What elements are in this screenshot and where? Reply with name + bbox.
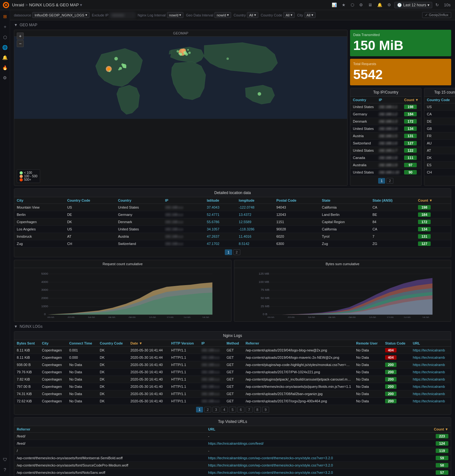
chart-view-btn[interactable]: 📊 bbox=[330, 1, 339, 9]
top-ip-page-2[interactable]: 2 bbox=[386, 178, 393, 184]
table-row: CH 127 bbox=[424, 169, 455, 176]
col-country-code[interactable]: Country Code bbox=[424, 97, 452, 103]
col-city-log[interactable]: City bbox=[40, 340, 67, 347]
col-referrer-url[interactable]: Referrer bbox=[14, 426, 206, 433]
geomap-section-header[interactable]: ▼ GEO MAP bbox=[14, 23, 451, 27]
country-cell: United States bbox=[115, 204, 163, 211]
share-btn[interactable]: ⬡ bbox=[349, 1, 356, 9]
col-lat[interactable]: latitude bbox=[204, 197, 236, 204]
date-cell: 2020-05-30 16:41:40 bbox=[128, 383, 169, 390]
col-country-full[interactable]: Country bbox=[115, 197, 163, 204]
col-url-main[interactable]: URL bbox=[206, 426, 419, 433]
url-cell[interactable]: https://technicalramb bbox=[410, 383, 451, 390]
sidebar-globe[interactable]: 🌐 bbox=[1, 44, 9, 51]
star-btn[interactable]: ★ bbox=[340, 1, 347, 9]
col-count[interactable]: Count ▼ bbox=[402, 97, 421, 103]
refresh-btn[interactable]: ↻ bbox=[433, 1, 441, 9]
col-connect[interactable]: Connect Time bbox=[67, 340, 97, 347]
col-bytes-sent[interactable]: Bytes Sent bbox=[14, 340, 40, 347]
col-http[interactable]: HTTP Version bbox=[169, 340, 199, 347]
map-legend: < 100 100 - 500 500+ bbox=[17, 169, 40, 183]
logs-page-8[interactable]: 8 bbox=[254, 407, 261, 412]
sidebar-shield[interactable]: 🛡 bbox=[2, 456, 9, 463]
url-cell[interactable]: https://technicalramb bbox=[410, 361, 451, 369]
logs-page-3[interactable]: 3 bbox=[212, 407, 219, 412]
settings-btn[interactable]: ⚙ bbox=[357, 1, 365, 9]
gear-btn[interactable]: ⚙ bbox=[385, 1, 393, 9]
auto-refresh-btn[interactable]: 10s bbox=[442, 1, 452, 9]
cc-cell: DK bbox=[97, 361, 128, 369]
col-method[interactable]: Method bbox=[224, 340, 243, 347]
logs-page-7[interactable]: 7 bbox=[246, 407, 253, 412]
col-ip-detail[interactable]: IP bbox=[163, 197, 204, 204]
logs-section-header[interactable]: ▼ NGINX LOGs bbox=[14, 324, 451, 329]
sidebar-gear[interactable]: ⚙ bbox=[2, 74, 8, 82]
sidebar-help[interactable]: ? bbox=[3, 466, 8, 473]
col-status[interactable]: Status Code bbox=[383, 340, 410, 347]
col-cc[interactable]: Country Code bbox=[65, 197, 115, 204]
datasource-select[interactable]: InfluxDB GEOIP_NGINX_LOGS ▾ bbox=[32, 12, 89, 18]
col-ip[interactable]: IP bbox=[376, 97, 402, 103]
col-count-url[interactable]: Count ▼ bbox=[419, 426, 451, 433]
world-map-svg[interactable] bbox=[14, 37, 347, 119]
sidebar-home[interactable]: ⊞ bbox=[2, 13, 8, 20]
time-range-picker[interactable]: 🕐 Last 12 hours ▾ bbox=[394, 2, 432, 8]
country-code-select[interactable]: All ▾ bbox=[283, 12, 294, 18]
exclude-ip-input[interactable] bbox=[110, 12, 135, 18]
bell-btn[interactable]: 🔔 bbox=[375, 1, 384, 9]
count-cell: 257 bbox=[452, 154, 455, 162]
col-count-detail[interactable]: Count ▼ bbox=[415, 197, 451, 204]
logs-page-5[interactable]: 5 bbox=[229, 407, 236, 412]
col-state-ansi[interactable]: State (ANSI) bbox=[370, 197, 415, 204]
logs-page-1[interactable]: 1 bbox=[196, 407, 203, 412]
col-postal[interactable]: Postal Code bbox=[274, 197, 319, 204]
col-state[interactable]: State bbox=[319, 197, 370, 204]
bytes-chart-svg: 125 MB 100 MB 75 MB 50 MB 25 MB 0 B bbox=[237, 271, 449, 318]
col-url-log[interactable]: URL bbox=[410, 340, 451, 347]
country-cell: Austria bbox=[350, 132, 376, 140]
sidebar-add[interactable]: ＋ bbox=[2, 23, 9, 31]
map-zoom-out[interactable]: − bbox=[17, 40, 24, 47]
dashboard-name[interactable]: NGINX LOGS & GEO MAP bbox=[29, 3, 79, 7]
nginx-interval-select[interactable]: now/d ▾ bbox=[167, 12, 183, 18]
url-cell[interactable]: https://technicalramb bbox=[410, 354, 451, 361]
sidebar-fire[interactable]: 🔥 bbox=[1, 64, 9, 71]
lat-cell: 47.2637 bbox=[204, 233, 236, 240]
url-cell[interactable]: https://technicalramb bbox=[410, 398, 451, 405]
logs-page-9[interactable]: 9 bbox=[262, 407, 269, 412]
date-cell: 2020-05-30 16:41:40 bbox=[128, 390, 169, 398]
col-lon[interactable]: longitude bbox=[236, 197, 274, 204]
country-select[interactable]: All ▾ bbox=[247, 12, 258, 18]
bytes-cell: 797.00 B bbox=[14, 383, 40, 390]
col-city[interactable]: City bbox=[14, 197, 65, 204]
geo2influx-btn[interactable]: ✓ Geoip2Influx bbox=[422, 12, 451, 18]
top-ip-page-1[interactable]: 1 bbox=[378, 178, 385, 184]
col-cc-log[interactable]: Country Code bbox=[97, 340, 128, 347]
col-country[interactable]: Country bbox=[350, 97, 376, 103]
detail-page-1[interactable]: 1 bbox=[225, 249, 232, 255]
logs-page-4[interactable]: 4 bbox=[221, 407, 228, 412]
city-label: City bbox=[297, 13, 303, 17]
detail-page-2[interactable]: 2 bbox=[233, 249, 240, 255]
city-select[interactable]: All ▾ bbox=[304, 12, 316, 18]
table-row: Austria 192.168.1.5 131 bbox=[350, 132, 421, 140]
url-cell[interactable]: https://technicalramb bbox=[410, 369, 451, 376]
exclude-ip-label: Exclude IP bbox=[92, 13, 109, 17]
url-cell[interactable]: https://technicalramb bbox=[410, 376, 451, 383]
col-referrer[interactable]: Referrer bbox=[243, 340, 354, 347]
sidebar-bell[interactable]: 🔔 bbox=[1, 54, 9, 61]
url-cell[interactable]: https://technicalramb bbox=[410, 347, 451, 354]
dropdown-chevron[interactable]: ▾ bbox=[80, 3, 82, 7]
logs-page-6[interactable]: 6 bbox=[237, 407, 244, 412]
url-cell[interactable]: https://technicalramb bbox=[410, 390, 451, 398]
sidebar-grid[interactable]: ⬡ bbox=[2, 34, 8, 41]
logs-page-2[interactable]: 2 bbox=[204, 407, 211, 412]
col-count2[interactable]: Count ▼ bbox=[452, 97, 455, 103]
ip-cell: 192.168.1.9 bbox=[376, 162, 402, 169]
map-zoom-in[interactable]: + bbox=[17, 33, 24, 40]
geo-interval-select[interactable]: now/d ▾ bbox=[214, 12, 231, 18]
col-remote[interactable]: Remote User bbox=[354, 340, 383, 347]
monitor-btn[interactable]: 🖥 bbox=[366, 1, 374, 9]
col-ip-log[interactable]: IP bbox=[199, 340, 224, 347]
col-date[interactable]: Date ▼ bbox=[128, 340, 169, 347]
